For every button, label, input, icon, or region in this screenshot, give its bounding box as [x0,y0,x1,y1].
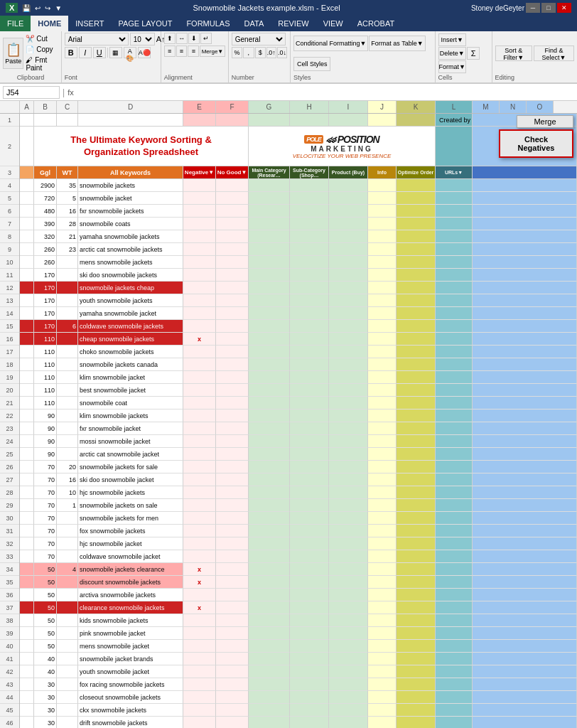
cell-ng[interactable] [216,614,249,627]
cell-urls[interactable] [436,563,473,576]
col-header-e[interactable]: E [183,101,216,113]
cell-urls[interactable] [436,397,473,410]
cell-optimize[interactable] [397,473,436,486]
cell-blue[interactable] [473,256,577,269]
cell-info[interactable] [368,512,397,525]
cell-wt[interactable] [57,397,78,410]
cell-ng[interactable] [216,525,249,537]
cell-product[interactable] [329,691,368,704]
cell-a[interactable] [20,320,34,333]
cell-subcat[interactable] [290,179,329,192]
cell-ng[interactable] [216,307,249,320]
cell-a[interactable] [20,179,34,192]
cell-product[interactable] [329,358,368,371]
cell-maincat[interactable] [249,653,290,665]
cell-blue[interactable] [473,550,577,563]
cell-urls[interactable] [436,307,473,320]
cell-ggl[interactable]: 70 [34,486,57,499]
cell-optimize[interactable] [397,448,436,461]
cell-wt[interactable]: 10 [57,486,78,499]
table-row[interactable]: 50 kids snowmobile jackets [20,614,577,627]
cell-info[interactable] [368,499,397,512]
cell-info[interactable] [368,435,397,448]
table-row[interactable]: 320 21 yamaha snowmobile jackets [20,230,577,243]
cell-urls[interactable] [436,653,473,665]
cell-maincat[interactable] [249,333,290,346]
cell-ng[interactable] [216,550,249,563]
cell-urls[interactable] [436,384,473,397]
table-row[interactable]: 110 cheap snowmobile jackets x [20,333,577,346]
table-row[interactable]: 170 snowmobile jackets cheap [20,282,577,294]
cell-subcat[interactable] [290,563,329,576]
cell-kw[interactable]: discount snowmobile jackets [78,576,183,589]
r1-i[interactable] [329,114,368,127]
cell-ng[interactable] [216,448,249,461]
cell-urls[interactable] [436,448,473,461]
cell-subcat[interactable] [290,461,329,473]
cell-ng[interactable] [216,384,249,397]
cell-subcat[interactable] [290,358,329,371]
table-row[interactable]: 30 closeout snowmobile jackets [20,691,577,704]
cell-subcat[interactable] [290,371,329,384]
cell-product[interactable] [329,307,368,320]
table-row[interactable]: 170 ski doo snowmobile jackets [20,269,577,282]
cell-a[interactable] [20,346,34,358]
percent-btn[interactable]: % [232,47,242,58]
cell-kw[interactable]: coldwave snowmobile jackets [78,320,183,333]
cell-product[interactable] [329,627,368,640]
cell-subcat[interactable] [290,333,329,346]
r3-a[interactable] [20,166,34,179]
cell-neg[interactable] [183,704,216,717]
cell-ggl[interactable]: 260 [34,256,57,269]
cell-subcat[interactable] [290,384,329,397]
cell-wt[interactable] [57,589,78,601]
cell-wt[interactable] [57,691,78,704]
cell-info[interactable] [368,589,397,601]
cell-wt[interactable] [57,346,78,358]
align-center-btn[interactable]: ≡ [176,46,188,57]
cell-neg[interactable] [183,525,216,537]
cell-ng[interactable] [216,563,249,576]
cell-urls[interactable] [436,525,473,537]
cell-urls[interactable] [436,410,473,422]
cell-subcat[interactable] [290,307,329,320]
cell-neg[interactable] [183,384,216,397]
cell-urls[interactable] [436,537,473,550]
cell-wt[interactable]: 16 [57,473,78,486]
cell-product[interactable] [329,320,368,333]
cell-product[interactable] [329,230,368,243]
cell-product[interactable] [329,205,368,218]
cell-optimize[interactable] [397,397,436,410]
cell-neg[interactable] [183,256,216,269]
r3-urls[interactable]: URLs▼ [436,166,473,179]
cell-ggl[interactable]: 50 [34,589,57,601]
r1-k[interactable] [397,114,436,127]
cell-kw[interactable]: coldwave snowmobile jacket [78,550,183,563]
cell-a[interactable] [20,601,34,614]
cell-optimize[interactable] [397,435,436,448]
cell-product[interactable] [329,717,368,728]
cell-info[interactable] [368,282,397,294]
cell-ng[interactable] [216,486,249,499]
font-color-btn[interactable]: A🔴 [138,47,151,58]
cell-subcat[interactable] [290,473,329,486]
cell-blue[interactable] [473,218,577,230]
cell-maincat[interactable] [249,269,290,282]
cell-product[interactable] [329,563,368,576]
cell-product[interactable] [329,422,368,435]
cell-ggl[interactable]: 720 [34,192,57,205]
cell-subcat[interactable] [290,550,329,563]
cell-product[interactable] [329,461,368,473]
cell-ggl[interactable]: 90 [34,410,57,422]
cell-product[interactable] [329,525,368,537]
cell-kw[interactable]: arctic cat snowmobile jackets [78,243,183,256]
cell-maincat[interactable] [249,601,290,614]
cell-urls[interactable] [436,230,473,243]
cell-ng[interactable] [216,435,249,448]
cell-kw[interactable]: snowmobile jackets [78,179,183,192]
cell-ggl[interactable]: 110 [34,358,57,371]
cell-product[interactable] [329,179,368,192]
cell-ggl[interactable]: 50 [34,563,57,576]
cell-ggl[interactable]: 30 [34,678,57,691]
cell-styles-btn[interactable]: Cell Styles [293,57,331,71]
